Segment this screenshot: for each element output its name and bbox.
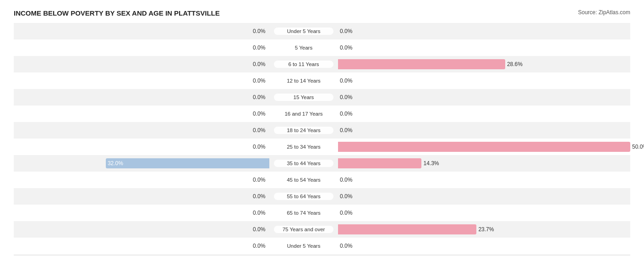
row-center-label: 35 to 44 Years <box>274 160 333 167</box>
female-value-label: 0.0% <box>340 210 352 216</box>
row-center-label: 15 Years <box>274 94 333 101</box>
female-bar <box>338 142 630 152</box>
female-value-label: 0.0% <box>340 193 352 200</box>
male-value-label: 0.0% <box>253 226 265 233</box>
female-bar <box>338 158 421 168</box>
male-value-label: 0.0% <box>253 94 265 100</box>
male-value-label: 0.0% <box>253 61 265 67</box>
row-center-label: 5 Years <box>274 44 333 51</box>
chart-row: 18 to 24 Years0.0%0.0% <box>14 122 630 139</box>
page-wrapper: INCOME BELOW POVERTY BY SEX AND AGE IN P… <box>14 9 630 256</box>
chart-row: 35 to 44 Years32.0%14.3% <box>14 155 630 172</box>
chart-row: 75 Years and over0.0%23.7% <box>14 221 630 238</box>
row-inner: 12 to 14 Years0.0%0.0% <box>14 72 630 89</box>
female-value-label: 14.3% <box>423 160 439 167</box>
female-value-label: 0.0% <box>340 45 352 51</box>
male-value-label: 0.0% <box>253 210 265 216</box>
female-value-label: 23.7% <box>478 226 494 233</box>
male-value-label: 0.0% <box>253 177 265 183</box>
row-inner: 65 to 74 Years0.0%0.0% <box>14 205 630 221</box>
male-value-label: 0.0% <box>253 193 265 200</box>
row-inner: 15 Years0.0%0.0% <box>14 89 630 106</box>
row-center-label: 6 to 11 Years <box>274 61 333 68</box>
male-bar <box>106 158 269 168</box>
female-value-label: 0.0% <box>340 111 352 117</box>
chart-row: 5 Years0.0%0.0% <box>14 39 630 56</box>
chart-row: 55 to 64 Years0.0%0.0% <box>14 188 630 205</box>
female-value-label: 0.0% <box>340 177 352 183</box>
row-inner: 35 to 44 Years32.0%14.3% <box>14 155 630 172</box>
male-value-label: 0.0% <box>253 243 265 249</box>
row-inner: 55 to 64 Years0.0%0.0% <box>14 188 630 205</box>
female-value-label: 0.0% <box>340 127 352 134</box>
female-bar <box>338 59 505 69</box>
row-inner: 6 to 11 Years0.0%28.6% <box>14 56 630 72</box>
chart-row: 25 to 34 Years0.0%50.0% <box>14 139 630 155</box>
chart-title: INCOME BELOW POVERTY BY SEX AND AGE IN P… <box>14 9 220 17</box>
male-value-label: 32.0% <box>108 160 123 167</box>
source-text: Source: ZipAtlas.com <box>578 9 630 16</box>
row-center-label: 45 to 54 Years <box>274 176 333 184</box>
male-value-label: 0.0% <box>253 111 265 117</box>
row-center-label: Under 5 Years <box>274 28 333 35</box>
female-value-label: 28.6% <box>507 61 523 67</box>
chart-row: 5 Years0.0%0.0% <box>14 254 630 256</box>
row-inner: Under 5 Years0.0%0.0% <box>14 238 630 254</box>
row-center-label: 75 Years and over <box>274 226 333 233</box>
chart-row: 6 to 11 Years0.0%28.6% <box>14 56 630 72</box>
female-value-label: 50.0% <box>632 144 644 150</box>
row-center-label: Under 5 Years <box>274 242 333 250</box>
female-value-label: 0.0% <box>340 243 352 249</box>
row-center-label: 12 to 14 Years <box>274 77 333 84</box>
row-inner: 5 Years0.0%0.0% <box>14 254 630 256</box>
male-value-label: 0.0% <box>253 127 265 134</box>
male-value-label: 0.0% <box>253 45 265 51</box>
row-inner: 16 and 17 Years0.0%0.0% <box>14 106 630 122</box>
row-center-label: 65 to 74 Years <box>274 209 333 217</box>
chart-row: 65 to 74 Years0.0%0.0% <box>14 205 630 221</box>
female-value-label: 0.0% <box>340 78 352 84</box>
row-inner: Under 5 Years0.0%0.0% <box>14 23 630 39</box>
row-center-label: 55 to 64 Years <box>274 193 333 200</box>
row-center-label: 25 to 34 Years <box>274 143 333 150</box>
row-inner: 18 to 24 Years0.0%0.0% <box>14 122 630 139</box>
chart-container: Under 5 Years0.0%0.0%5 Years0.0%0.0%6 to… <box>14 23 630 256</box>
chart-row: 15 Years0.0%0.0% <box>14 89 630 106</box>
row-inner: 5 Years0.0%0.0% <box>14 39 630 56</box>
chart-row: 45 to 54 Years0.0%0.0% <box>14 172 630 188</box>
row-inner: 45 to 54 Years0.0%0.0% <box>14 172 630 188</box>
female-value-label: 0.0% <box>340 94 352 100</box>
chart-row: 16 and 17 Years0.0%0.0% <box>14 106 630 122</box>
female-value-label: 0.0% <box>340 28 352 34</box>
row-center-label: 16 and 17 Years <box>274 110 333 117</box>
chart-row: 12 to 14 Years0.0%0.0% <box>14 72 630 89</box>
row-center-label: 18 to 24 Years <box>274 127 333 134</box>
male-value-label: 0.0% <box>253 78 265 84</box>
male-value-label: 0.0% <box>253 28 265 34</box>
chart-row: Under 5 Years0.0%0.0% <box>14 23 630 39</box>
female-bar <box>338 224 476 234</box>
male-value-label: 0.0% <box>253 144 265 150</box>
row-inner: 25 to 34 Years0.0%50.0% <box>14 139 630 155</box>
chart-row: Under 5 Years0.0%0.0% <box>14 238 630 254</box>
row-inner: 75 Years and over0.0%23.7% <box>14 221 630 238</box>
